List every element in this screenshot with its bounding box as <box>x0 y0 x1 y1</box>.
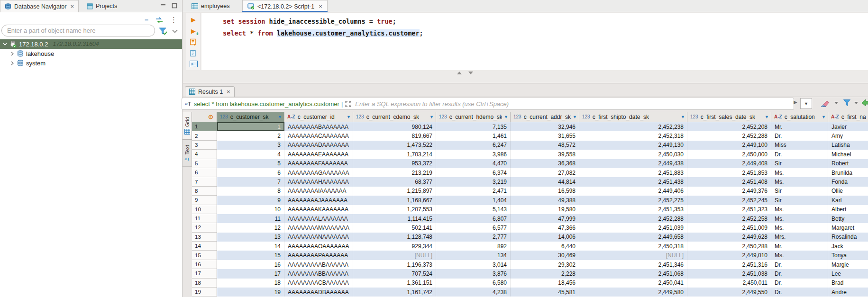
apply-filter-icon[interactable]: ▶ <box>794 99 797 105</box>
cell-c_first_shipto_date_sk-row9[interactable]: 2,452,275 <box>579 196 687 205</box>
close-icon[interactable]: × <box>70 3 74 10</box>
cell-c_first_sales_date_sk-row13[interactable]: 2,449,628 <box>687 233 771 242</box>
cell-c_current_hdemo_sk-row17[interactable]: 3,876 <box>436 269 511 278</box>
column-header-c_customer_sk[interactable]: 123c_customer_sk▼ <box>217 112 284 122</box>
sort-dropdown-icon[interactable]: ▼ <box>429 115 434 119</box>
minimize-icon[interactable] <box>160 3 166 9</box>
cell-c_customer_sk-row5[interactable]: 5 <box>217 159 284 168</box>
row-number-16[interactable]: 16 <box>192 260 217 269</box>
cell-c_current_addr_sk-row13[interactable]: 14,006 <box>511 233 579 242</box>
cell-c_first_shipto_date_sk-row3[interactable]: 2,449,130 <box>579 141 687 150</box>
cell-c_salutation-row6[interactable]: Ms. <box>771 168 828 177</box>
chevron-collapsed-icon[interactable] <box>9 52 15 56</box>
row-number-18[interactable]: 18 <box>192 279 217 288</box>
cell-c_salutation-row13[interactable]: Mrs. <box>771 233 828 242</box>
cell-c_current_cdemo_sk-row17[interactable]: 707,524 <box>353 269 436 278</box>
filters-icon[interactable] <box>843 99 851 107</box>
cell-c_first_na-row19[interactable]: Andre <box>828 288 868 297</box>
cell-c_salutation-row11[interactable]: Ms. <box>771 214 828 223</box>
cell-c_current_hdemo_sk-row6[interactable]: 6,374 <box>436 168 511 177</box>
row-number-8[interactable]: 8 <box>192 187 217 196</box>
cell-c_first_sales_date_sk-row18[interactable]: 2,450,011 <box>687 279 771 288</box>
row-number-2[interactable]: 2 <box>192 131 217 140</box>
cell-c_first_shipto_date_sk-row11[interactable]: 2,452,288 <box>579 214 687 223</box>
cell-c_current_addr_sk-row14[interactable]: 6,440 <box>511 242 579 251</box>
cell-c_current_hdemo_sk-row3[interactable]: 6,247 <box>436 141 511 150</box>
tab-employees[interactable]: employees <box>187 0 234 12</box>
row-number-15[interactable]: 15 <box>192 251 217 260</box>
cell-c_first_sales_date_sk-row14[interactable]: 2,450,288 <box>687 242 771 251</box>
cell-c_first_sales_date_sk-row11[interactable]: 2,452,258 <box>687 214 771 223</box>
sort-dropdown-icon[interactable]: ▼ <box>347 115 351 119</box>
cell-c_salutation-row10[interactable]: Ms. <box>771 205 828 214</box>
cell-c_customer_id-row5[interactable]: AAAAAAAAFAAAAAAA <box>284 159 353 168</box>
cell-c_customer_sk-row4[interactable]: 4 <box>217 150 284 159</box>
cell-c_customer_id-row18[interactable]: AAAAAAAACBAAAAAA <box>284 279 353 288</box>
cell-c_customer_sk-row6[interactable]: 6 <box>217 168 284 177</box>
column-header-c_customer_id[interactable]: A-Zc_customer_id▼ <box>284 112 353 122</box>
cell-c_salutation-row17[interactable]: Dr. <box>771 269 828 278</box>
cell-c_current_addr_sk-row18[interactable]: 18,456 <box>511 279 579 288</box>
close-icon[interactable]: × <box>319 3 322 10</box>
cell-c_first_na-row16[interactable]: Margie <box>828 260 868 269</box>
cell-c_first_na-row8[interactable]: Ollie <box>828 187 868 196</box>
cell-c_first_shipto_date_sk-row15[interactable]: [NULL] <box>579 251 687 260</box>
cell-c_customer_sk-row13[interactable]: 13 <box>217 233 284 242</box>
cell-c_first_shipto_date_sk-row18[interactable]: 2,450,041 <box>579 279 687 288</box>
cell-c_customer_id-row2[interactable]: AAAAAAAACAAAAAAA <box>284 131 353 140</box>
cell-c_customer_id-row9[interactable]: AAAAAAAAJAAAAAAA <box>284 196 353 205</box>
cell-c_salutation-row18[interactable]: Dr. <box>771 279 828 288</box>
cell-c_first_shipto_date_sk-row8[interactable]: 2,449,406 <box>579 187 687 196</box>
cell-c_customer_sk-row3[interactable]: 3 <box>217 141 284 150</box>
cell-c_current_hdemo_sk-row13[interactable]: 2,777 <box>436 233 511 242</box>
cell-c_customer_sk-row9[interactable]: 9 <box>217 196 284 205</box>
cell-c_first_shipto_date_sk-row12[interactable]: 2,451,039 <box>579 223 687 232</box>
cell-c_current_cdemo_sk-row12[interactable]: 502,141 <box>353 223 436 232</box>
column-header-c_current_addr_sk[interactable]: 123c_current_addr_sk▼ <box>511 112 579 122</box>
row-number-9[interactable]: 9 <box>192 196 217 205</box>
cell-c_salutation-row1[interactable]: Mr. <box>771 122 828 131</box>
grid-corner-cell[interactable]: ⊙ <box>192 112 217 122</box>
cell-c_first_sales_date_sk-row12[interactable]: 2,451,009 <box>687 223 771 232</box>
cell-c_first_shipto_date_sk-row4[interactable]: 2,450,030 <box>579 150 687 159</box>
cell-c_customer_sk-row11[interactable]: 11 <box>217 214 284 223</box>
cell-c_current_hdemo_sk-row2[interactable]: 1,461 <box>436 131 511 140</box>
cell-c_first_na-row1[interactable]: Javier <box>828 122 868 131</box>
collapse-all-icon[interactable]: − <box>145 17 148 23</box>
cell-c_salutation-row2[interactable]: Dr. <box>771 131 828 140</box>
cell-c_current_cdemo_sk-row13[interactable]: 1,128,748 <box>353 233 436 242</box>
cell-c_customer_sk-row10[interactable]: 10 <box>217 205 284 214</box>
object-search-input[interactable] <box>1 25 155 36</box>
tree-item-connection[interactable]: 172.18.0.2 172.18.0.2:31604 <box>0 39 182 49</box>
row-number-19[interactable]: 19 <box>192 288 217 297</box>
tab-text-view[interactable]: Text «T <box>183 140 192 167</box>
cell-c_customer_id-row12[interactable]: AAAAAAAAMAAAAAAA <box>284 223 353 232</box>
cell-c_customer_id-row14[interactable]: AAAAAAAAOAAAAAAA <box>284 242 353 251</box>
cell-c_current_hdemo_sk-row5[interactable]: 4,470 <box>436 159 511 168</box>
cell-c_first_sales_date_sk-row8[interactable]: 2,449,376 <box>687 187 771 196</box>
sort-dropdown-icon[interactable]: ▼ <box>822 115 826 119</box>
clear-filter-icon[interactable] <box>820 99 830 107</box>
cell-c_first_shipto_date_sk-row17[interactable]: 2,451,068 <box>579 269 687 278</box>
chevron-down-icon[interactable] <box>834 102 838 104</box>
cell-c_customer_sk-row12[interactable]: 12 <box>217 223 284 232</box>
cell-c_salutation-row9[interactable]: Sir <box>771 196 828 205</box>
chevron-down-icon[interactable] <box>854 102 858 104</box>
cell-c_first_na-row7[interactable]: Fonda <box>828 177 868 186</box>
cell-c_first_shipto_date_sk-row5[interactable]: 2,449,438 <box>579 159 687 168</box>
cell-c_first_sales_date_sk-row10[interactable]: 2,451,323 <box>687 205 771 214</box>
chevron-collapsed-icon[interactable] <box>9 61 15 65</box>
cell-c_current_addr_sk-row16[interactable]: 29,302 <box>511 260 579 269</box>
cell-c_current_hdemo_sk-row16[interactable]: 3,014 <box>436 260 511 269</box>
cell-c_first_sales_date_sk-row17[interactable]: 2,451,038 <box>687 269 771 278</box>
cell-c_customer_id-row19[interactable]: AAAAAAAADBAAAAAA <box>284 288 353 297</box>
sort-dropdown-icon[interactable]: ▼ <box>681 115 685 119</box>
expand-filter-icon[interactable] <box>345 101 351 107</box>
cell-c_current_hdemo_sk-row1[interactable]: 7,135 <box>436 122 511 131</box>
cell-c_current_hdemo_sk-row9[interactable]: 1,404 <box>436 196 511 205</box>
cell-c_current_cdemo_sk-row16[interactable]: 1,196,373 <box>353 260 436 269</box>
cell-c_customer_sk-row17[interactable]: 17 <box>217 269 284 278</box>
cell-c_first_na-row10[interactable]: Albert <box>828 205 868 214</box>
cell-c_first_sales_date_sk-row1[interactable]: 2,452,208 <box>687 122 771 131</box>
cell-c_first_na-row4[interactable]: Michael <box>828 150 868 159</box>
